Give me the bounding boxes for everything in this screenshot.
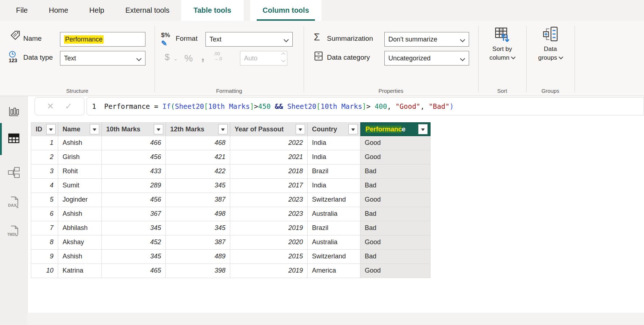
formula-token: [ (316, 102, 320, 110)
column-header-label: Name (63, 123, 90, 136)
cell-id: 2 (31, 150, 58, 165)
ribbon-group-groups: Data groups Groups (526, 21, 575, 96)
cell-performance: Good (360, 136, 431, 150)
table-header-row: IDName10th Marks12th MarksYear of Passou… (31, 122, 431, 136)
name-input[interactable]: Performance (60, 32, 145, 47)
filter-dropdown-icon[interactable] (218, 124, 228, 134)
formula-line-number: 1 (92, 102, 96, 110)
column-header-id[interactable]: ID (31, 122, 58, 136)
chevron-down-icon (460, 56, 465, 61)
cell-10th-marks: 345 (102, 221, 166, 235)
formula-token: 400 (375, 102, 387, 110)
cell-year-of-passout: 2023 (230, 193, 308, 207)
formula-token: Sheet20 (175, 102, 204, 110)
sidebar-item-model-view[interactable] (0, 160, 27, 186)
menu-item-external-tools[interactable]: External tools (120, 6, 175, 15)
commit-icon[interactable]: ✓ (65, 102, 72, 111)
datatype-select[interactable]: Text (60, 51, 145, 66)
formula-token: Sheet20 (287, 102, 316, 110)
format-select[interactable]: Text (205, 32, 293, 47)
sidebar-item-tmdl-view[interactable]: TMDL (0, 219, 27, 245)
cell-id: 10 (31, 264, 58, 278)
cell-id: 3 (31, 165, 58, 179)
bar-chart-icon (8, 105, 20, 119)
table-row: 8Akshay4523872020AustraliaGood (31, 235, 431, 250)
filter-dropdown-icon[interactable] (46, 124, 56, 134)
percent-format-button[interactable]: % (184, 53, 193, 64)
cell-country: Switzerland (308, 250, 360, 264)
cell-year-of-passout: 2019 (230, 221, 308, 235)
decimal-places-input[interactable]: Auto (240, 51, 287, 66)
sort-by-column-button[interactable]: Sort by column (478, 25, 526, 62)
column-header-12th-marks[interactable]: 12th Marks (166, 122, 230, 136)
tag-icon (9, 29, 21, 43)
menu-item-home[interactable]: Home (44, 6, 73, 15)
cell-id: 1 (31, 136, 58, 150)
cell-10th-marks: 456 (102, 150, 166, 165)
currency-format-button[interactable]: $ (165, 52, 169, 62)
cell-country: Brazil (308, 165, 360, 179)
column-header-name[interactable]: Name (58, 122, 102, 136)
formula-token: > (366, 102, 375, 110)
cell-12th-marks: 345 (166, 179, 230, 193)
cell-performance: Good (360, 264, 431, 278)
cell-country: Australia (308, 207, 360, 221)
thousands-separator-button[interactable]: , (201, 49, 204, 63)
format-value: Text (209, 36, 221, 43)
sidebar-item-dax-query-view[interactable]: DAX (0, 190, 27, 216)
table-row: 1Ashish4664682022IndiaGood (31, 136, 431, 150)
cell-id: 6 (31, 207, 58, 221)
cell-id: 5 (31, 193, 58, 207)
filter-dropdown-icon[interactable] (348, 124, 358, 134)
cell-performance: Bad (360, 207, 431, 221)
tab-column-tools[interactable]: Column tools (250, 0, 321, 21)
scrollbar-track[interactable] (27, 313, 644, 325)
cell-name: Ashish (58, 136, 102, 150)
cell-year-of-passout: 2021 (230, 150, 308, 165)
cell-10th-marks: 465 (102, 264, 166, 278)
menu-item-help[interactable]: Help (84, 6, 109, 15)
decimal-places-button[interactable]: .00 →.0 (213, 51, 222, 62)
cell-10th-marks: 367 (102, 207, 166, 221)
spinner-icon[interactable] (282, 53, 285, 62)
formula-input[interactable]: 1Performance = If(Sheet20[10th Marks]>45… (87, 97, 644, 115)
cell-10th-marks: 456 (102, 193, 166, 207)
svg-text:TMDL: TMDL (7, 233, 17, 237)
column-header-year-of-passout[interactable]: Year of Passout (230, 122, 308, 136)
datatype-clock-123-icon: 123 (7, 50, 20, 66)
cancel-icon[interactable]: ✕ (47, 102, 54, 111)
column-header-10th-marks[interactable]: 10th Marks (102, 122, 166, 136)
cell-name: Katrina (58, 264, 102, 278)
formula-token: && (275, 102, 283, 110)
cell-performance: Bad (360, 250, 431, 264)
table-grid-icon (7, 132, 20, 146)
summarization-value: Don't summarize (388, 36, 437, 43)
filter-dropdown-icon[interactable] (296, 124, 305, 134)
filter-dropdown-icon[interactable] (90, 124, 99, 134)
ribbon-group-formatting: $% ✎ Format Text $ ⌄ % , .00 →.0 Auto Fo… (155, 21, 304, 96)
formula-token: , (387, 102, 396, 110)
table-row: 10Katrina4653982019AmericaGood (31, 264, 431, 278)
tmdl-file-icon: TMDL (7, 225, 21, 240)
cell-performance: Good (360, 193, 431, 207)
formula-token: [ (204, 102, 208, 110)
column-header-country[interactable]: Country (308, 122, 360, 136)
data-category-icon (313, 51, 324, 63)
table-row: 4Sumit2893452017IndiaBad (31, 179, 431, 193)
group-label-formatting: Formatting (155, 88, 304, 94)
filter-dropdown-icon[interactable] (154, 124, 163, 134)
data-groups-button[interactable]: Data groups (526, 25, 575, 62)
cell-year-of-passout: 2017 (230, 179, 308, 193)
data-category-select[interactable]: Uncategorized (384, 51, 469, 66)
summarization-select[interactable]: Don't summarize (384, 32, 469, 47)
menu-item-file[interactable]: File (11, 6, 33, 15)
sidebar-item-table-view[interactable] (0, 126, 27, 152)
filter-dropdown-icon[interactable] (418, 124, 428, 134)
menu-bar: FileHomeHelpExternal toolsTable toolsCol… (0, 0, 644, 21)
column-header-performance[interactable]: Performance (360, 122, 431, 136)
tab-table-tools[interactable]: Table tools (181, 0, 244, 21)
decimal-places-value: Auto (244, 55, 257, 62)
formula-token: , (420, 102, 429, 110)
sidebar-item-report-view[interactable] (0, 99, 27, 125)
cell-year-of-passout: 2020 (230, 235, 308, 250)
